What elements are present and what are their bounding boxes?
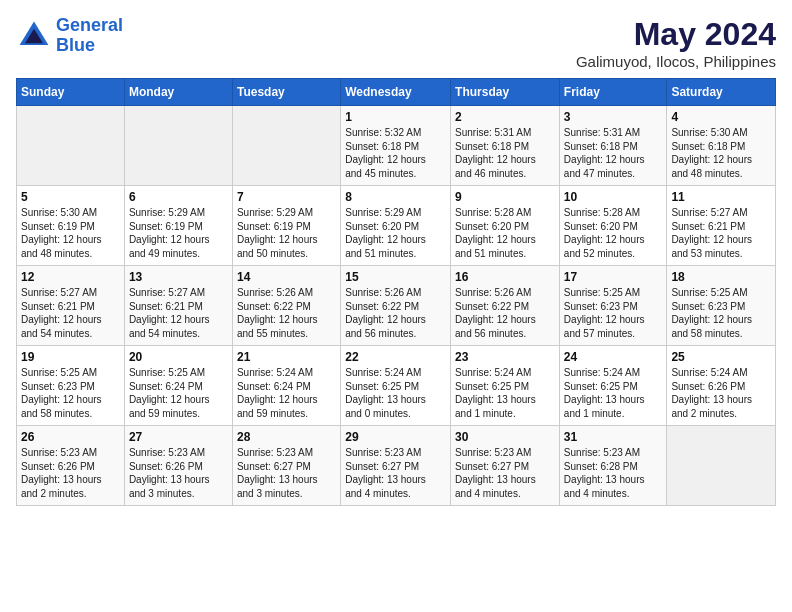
calendar-day-cell: 14Sunrise: 5:26 AM Sunset: 6:22 PM Dayli…	[232, 266, 340, 346]
day-info: Sunrise: 5:27 AM Sunset: 6:21 PM Dayligh…	[129, 286, 228, 340]
calendar-day-cell: 29Sunrise: 5:23 AM Sunset: 6:27 PM Dayli…	[341, 426, 451, 506]
calendar-day-cell	[667, 426, 776, 506]
calendar-day-cell: 20Sunrise: 5:25 AM Sunset: 6:24 PM Dayli…	[124, 346, 232, 426]
calendar-day-cell: 8Sunrise: 5:29 AM Sunset: 6:20 PM Daylig…	[341, 186, 451, 266]
day-info: Sunrise: 5:28 AM Sunset: 6:20 PM Dayligh…	[564, 206, 663, 260]
day-number: 20	[129, 350, 228, 364]
calendar-day-cell: 12Sunrise: 5:27 AM Sunset: 6:21 PM Dayli…	[17, 266, 125, 346]
weekday-header-cell: Monday	[124, 79, 232, 106]
weekday-header-cell: Thursday	[451, 79, 560, 106]
calendar-day-cell: 27Sunrise: 5:23 AM Sunset: 6:26 PM Dayli…	[124, 426, 232, 506]
day-number: 11	[671, 190, 771, 204]
day-number: 9	[455, 190, 555, 204]
day-info: Sunrise: 5:23 AM Sunset: 6:27 PM Dayligh…	[237, 446, 336, 500]
day-info: Sunrise: 5:25 AM Sunset: 6:23 PM Dayligh…	[21, 366, 120, 420]
day-info: Sunrise: 5:24 AM Sunset: 6:25 PM Dayligh…	[564, 366, 663, 420]
day-number: 31	[564, 430, 663, 444]
calendar-day-cell: 6Sunrise: 5:29 AM Sunset: 6:19 PM Daylig…	[124, 186, 232, 266]
calendar-day-cell: 15Sunrise: 5:26 AM Sunset: 6:22 PM Dayli…	[341, 266, 451, 346]
day-info: Sunrise: 5:24 AM Sunset: 6:25 PM Dayligh…	[455, 366, 555, 420]
calendar-day-cell: 23Sunrise: 5:24 AM Sunset: 6:25 PM Dayli…	[451, 346, 560, 426]
calendar-week-row: 1Sunrise: 5:32 AM Sunset: 6:18 PM Daylig…	[17, 106, 776, 186]
day-info: Sunrise: 5:29 AM Sunset: 6:19 PM Dayligh…	[237, 206, 336, 260]
day-number: 1	[345, 110, 446, 124]
day-info: Sunrise: 5:26 AM Sunset: 6:22 PM Dayligh…	[345, 286, 446, 340]
calendar-day-cell: 19Sunrise: 5:25 AM Sunset: 6:23 PM Dayli…	[17, 346, 125, 426]
day-number: 27	[129, 430, 228, 444]
day-number: 10	[564, 190, 663, 204]
calendar-day-cell: 18Sunrise: 5:25 AM Sunset: 6:23 PM Dayli…	[667, 266, 776, 346]
day-number: 14	[237, 270, 336, 284]
title-block: May 2024 Galimuyod, Ilocos, Philippines	[576, 16, 776, 70]
day-info: Sunrise: 5:23 AM Sunset: 6:27 PM Dayligh…	[455, 446, 555, 500]
logo-line2: Blue	[56, 35, 95, 55]
day-number: 13	[129, 270, 228, 284]
location: Galimuyod, Ilocos, Philippines	[576, 53, 776, 70]
day-number: 5	[21, 190, 120, 204]
day-number: 28	[237, 430, 336, 444]
weekday-header-cell: Wednesday	[341, 79, 451, 106]
calendar-day-cell: 22Sunrise: 5:24 AM Sunset: 6:25 PM Dayli…	[341, 346, 451, 426]
weekday-header-cell: Saturday	[667, 79, 776, 106]
calendar-day-cell: 21Sunrise: 5:24 AM Sunset: 6:24 PM Dayli…	[232, 346, 340, 426]
day-info: Sunrise: 5:23 AM Sunset: 6:26 PM Dayligh…	[129, 446, 228, 500]
day-number: 21	[237, 350, 336, 364]
calendar-day-cell: 7Sunrise: 5:29 AM Sunset: 6:19 PM Daylig…	[232, 186, 340, 266]
day-number: 12	[21, 270, 120, 284]
day-info: Sunrise: 5:32 AM Sunset: 6:18 PM Dayligh…	[345, 126, 446, 180]
day-info: Sunrise: 5:25 AM Sunset: 6:24 PM Dayligh…	[129, 366, 228, 420]
day-info: Sunrise: 5:26 AM Sunset: 6:22 PM Dayligh…	[455, 286, 555, 340]
day-info: Sunrise: 5:26 AM Sunset: 6:22 PM Dayligh…	[237, 286, 336, 340]
day-info: Sunrise: 5:30 AM Sunset: 6:18 PM Dayligh…	[671, 126, 771, 180]
logo-line1: General	[56, 15, 123, 35]
day-number: 29	[345, 430, 446, 444]
calendar-day-cell	[124, 106, 232, 186]
day-number: 17	[564, 270, 663, 284]
day-number: 2	[455, 110, 555, 124]
logo-text: General Blue	[56, 16, 123, 56]
weekday-header-cell: Friday	[559, 79, 667, 106]
logo: General Blue	[16, 16, 123, 56]
calendar-week-row: 5Sunrise: 5:30 AM Sunset: 6:19 PM Daylig…	[17, 186, 776, 266]
day-number: 3	[564, 110, 663, 124]
calendar-day-cell: 5Sunrise: 5:30 AM Sunset: 6:19 PM Daylig…	[17, 186, 125, 266]
day-info: Sunrise: 5:25 AM Sunset: 6:23 PM Dayligh…	[564, 286, 663, 340]
day-number: 24	[564, 350, 663, 364]
calendar-week-row: 19Sunrise: 5:25 AM Sunset: 6:23 PM Dayli…	[17, 346, 776, 426]
day-info: Sunrise: 5:23 AM Sunset: 6:27 PM Dayligh…	[345, 446, 446, 500]
day-number: 23	[455, 350, 555, 364]
day-number: 15	[345, 270, 446, 284]
calendar-day-cell: 24Sunrise: 5:24 AM Sunset: 6:25 PM Dayli…	[559, 346, 667, 426]
page-header: General Blue May 2024 Galimuyod, Ilocos,…	[16, 16, 776, 70]
calendar-day-cell: 9Sunrise: 5:28 AM Sunset: 6:20 PM Daylig…	[451, 186, 560, 266]
day-number: 25	[671, 350, 771, 364]
day-info: Sunrise: 5:23 AM Sunset: 6:26 PM Dayligh…	[21, 446, 120, 500]
day-info: Sunrise: 5:31 AM Sunset: 6:18 PM Dayligh…	[455, 126, 555, 180]
calendar-day-cell: 25Sunrise: 5:24 AM Sunset: 6:26 PM Dayli…	[667, 346, 776, 426]
calendar-day-cell: 26Sunrise: 5:23 AM Sunset: 6:26 PM Dayli…	[17, 426, 125, 506]
day-number: 18	[671, 270, 771, 284]
day-info: Sunrise: 5:29 AM Sunset: 6:19 PM Dayligh…	[129, 206, 228, 260]
calendar-day-cell: 3Sunrise: 5:31 AM Sunset: 6:18 PM Daylig…	[559, 106, 667, 186]
calendar-day-cell: 30Sunrise: 5:23 AM Sunset: 6:27 PM Dayli…	[451, 426, 560, 506]
day-info: Sunrise: 5:28 AM Sunset: 6:20 PM Dayligh…	[455, 206, 555, 260]
calendar-day-cell: 11Sunrise: 5:27 AM Sunset: 6:21 PM Dayli…	[667, 186, 776, 266]
day-number: 19	[21, 350, 120, 364]
day-number: 30	[455, 430, 555, 444]
day-info: Sunrise: 5:31 AM Sunset: 6:18 PM Dayligh…	[564, 126, 663, 180]
day-info: Sunrise: 5:24 AM Sunset: 6:25 PM Dayligh…	[345, 366, 446, 420]
calendar-day-cell	[17, 106, 125, 186]
day-info: Sunrise: 5:24 AM Sunset: 6:26 PM Dayligh…	[671, 366, 771, 420]
month-year: May 2024	[576, 16, 776, 53]
day-info: Sunrise: 5:23 AM Sunset: 6:28 PM Dayligh…	[564, 446, 663, 500]
calendar-day-cell: 4Sunrise: 5:30 AM Sunset: 6:18 PM Daylig…	[667, 106, 776, 186]
calendar-day-cell: 16Sunrise: 5:26 AM Sunset: 6:22 PM Dayli…	[451, 266, 560, 346]
calendar-day-cell: 31Sunrise: 5:23 AM Sunset: 6:28 PM Dayli…	[559, 426, 667, 506]
weekday-header-cell: Sunday	[17, 79, 125, 106]
calendar-day-cell: 2Sunrise: 5:31 AM Sunset: 6:18 PM Daylig…	[451, 106, 560, 186]
weekday-header-row: SundayMondayTuesdayWednesdayThursdayFrid…	[17, 79, 776, 106]
calendar-body: 1Sunrise: 5:32 AM Sunset: 6:18 PM Daylig…	[17, 106, 776, 506]
calendar-day-cell: 10Sunrise: 5:28 AM Sunset: 6:20 PM Dayli…	[559, 186, 667, 266]
calendar-day-cell: 1Sunrise: 5:32 AM Sunset: 6:18 PM Daylig…	[341, 106, 451, 186]
day-number: 4	[671, 110, 771, 124]
